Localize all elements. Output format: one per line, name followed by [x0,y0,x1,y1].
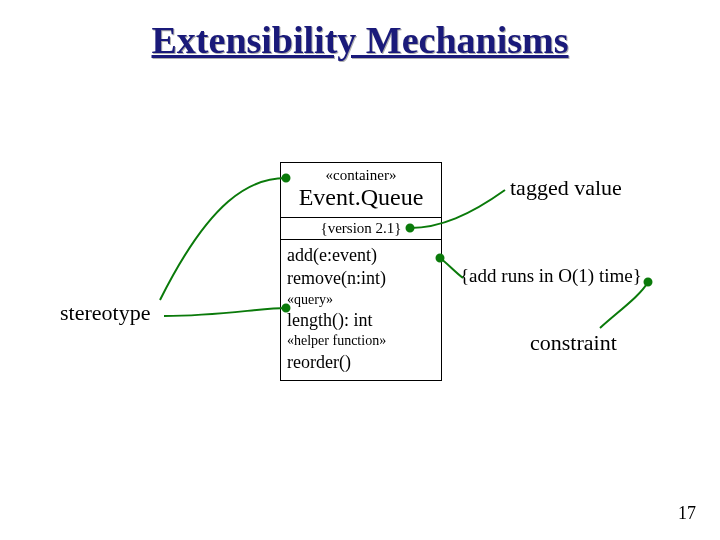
uml-class-box: «container» Event.Queue {version 2.1} ad… [280,162,442,381]
slide: Extensibility Mechanisms «container» Eve… [0,0,720,540]
op-helper-stereotype: «helper function» [287,332,435,350]
svg-point-4 [645,279,652,286]
op-length: length(): int [287,309,435,332]
label-constraint: constraint [530,330,617,356]
class-name: Event.Queue [285,184,437,211]
operations-compartment: add(e:event) remove(n:int) «query» lengt… [281,240,441,380]
op-add: add(e:event) [287,244,435,267]
uml-head: «container» Event.Queue [281,163,441,218]
op-query-stereotype: «query» [287,291,435,309]
label-tagged-value: tagged value [510,175,622,201]
slide-title: Extensibility Mechanisms [0,18,720,62]
label-stereotype: stereotype [60,300,150,326]
class-stereotype: «container» [285,167,437,184]
op-remove: remove(n:int) [287,267,435,290]
page-number: 17 [678,503,696,524]
tagged-value-row: {version 2.1} [281,218,441,240]
op-reorder: reorder() [287,351,435,374]
label-constraint-note: {add runs in O(1) time} [460,265,642,287]
